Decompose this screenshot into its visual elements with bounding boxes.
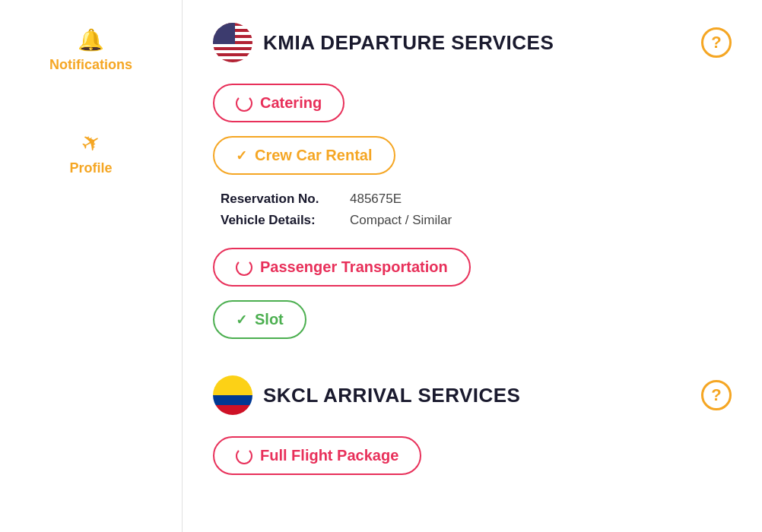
crew-car-rental-label: Crew Car Rental: [255, 147, 373, 164]
colombia-flag-icon: [213, 375, 252, 415]
sidebar-item-profile[interactable]: ✈ Profile: [0, 117, 182, 182]
reservation-value: 485675E: [350, 192, 402, 207]
full-flight-package-button[interactable]: Full Flight Package: [213, 436, 421, 475]
catering-loading-icon: [236, 95, 252, 112]
vehicle-row: Vehicle Details: Compact / Similar: [221, 213, 724, 228]
reservation-row: Reservation No. 485675E: [221, 192, 724, 207]
reservation-label: Reservation No.: [221, 192, 342, 207]
plane-icon: ✈: [76, 126, 106, 159]
sidebar: 🔔 Notifications ✈ Profile: [0, 0, 183, 532]
slot-label: Slot: [255, 311, 284, 328]
passenger-transportation-service: Passenger Transportation: [213, 248, 732, 300]
full-flight-package-service: Full Flight Package: [213, 436, 732, 489]
departure-header-left: KMIA DEPARTURE SERVICES: [213, 23, 554, 62]
catering-service: Catering: [213, 84, 732, 136]
vehicle-label: Vehicle Details:: [221, 213, 342, 228]
crew-car-rental-service: ✓ Crew Car Rental Reservation No. 485675…: [213, 136, 732, 248]
arrival-header: SKCL ARRIVAL SERVICES ?: [213, 375, 732, 415]
profile-label: Profile: [69, 160, 112, 176]
arrival-header-left: SKCL ARRIVAL SERVICES: [213, 375, 520, 415]
slot-check-icon: ✓: [236, 312, 247, 328]
slot-service: ✓ Slot: [213, 300, 732, 353]
arrival-help-button[interactable]: ?: [701, 380, 732, 410]
departure-section: KMIA DEPARTURE SERVICES ? Catering ✓ Cre…: [213, 23, 732, 353]
notifications-label: Notifications: [49, 57, 132, 73]
departure-title: KMIA DEPARTURE SERVICES: [263, 31, 554, 55]
sidebar-item-notifications[interactable]: 🔔 Notifications: [0, 15, 182, 79]
us-flag-icon: [213, 23, 252, 62]
departure-help-button[interactable]: ?: [701, 27, 732, 58]
vehicle-value: Compact / Similar: [350, 213, 452, 228]
crew-car-rental-details: Reservation No. 485675E Vehicle Details:…: [213, 188, 732, 248]
passenger-transportation-button[interactable]: Passenger Transportation: [213, 248, 471, 287]
full-flight-package-loading-icon: [236, 448, 252, 464]
passenger-transportation-label: Passenger Transportation: [260, 258, 448, 276]
departure-help-label: ?: [711, 33, 721, 52]
slot-button[interactable]: ✓ Slot: [213, 300, 306, 339]
arrival-title: SKCL ARRIVAL SERVICES: [263, 384, 520, 407]
arrival-help-label: ?: [711, 385, 721, 405]
crew-car-rental-button[interactable]: ✓ Crew Car Rental: [213, 136, 395, 175]
crew-car-rental-check-icon: ✓: [236, 147, 247, 164]
main-content: KMIA DEPARTURE SERVICES ? Catering ✓ Cre…: [183, 0, 762, 532]
departure-header: KMIA DEPARTURE SERVICES ?: [213, 23, 732, 62]
full-flight-package-label: Full Flight Package: [260, 447, 398, 464]
catering-label: Catering: [260, 94, 322, 112]
passenger-transportation-loading-icon: [236, 259, 252, 276]
catering-button[interactable]: Catering: [213, 84, 344, 122]
arrival-section: SKCL ARRIVAL SERVICES ? Full Flight Pack…: [213, 375, 732, 489]
bell-icon: 🔔: [78, 27, 104, 52]
